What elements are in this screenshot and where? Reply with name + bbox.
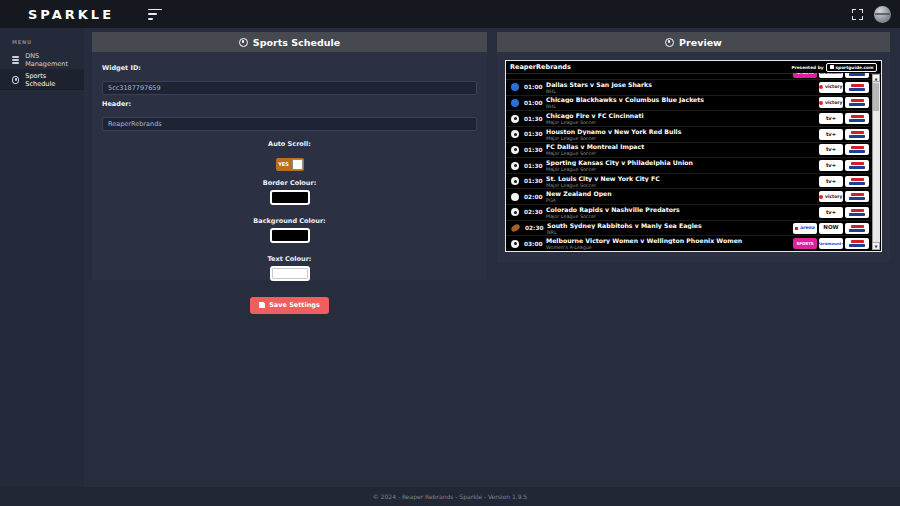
event-league: Major League Soccer: [546, 183, 814, 188]
livenow-logo: [845, 113, 869, 124]
header-input[interactable]: [102, 117, 477, 131]
livenow-logo: [845, 176, 869, 187]
auto-scroll-label: Auto Scroll:: [102, 140, 477, 148]
livenow-logo: [845, 97, 869, 108]
channel-label: victory: [825, 85, 843, 90]
channel-label: tv+: [826, 163, 836, 168]
footer-text: © 2024 - Reaper Rebrands - Sparkle - Ver…: [373, 493, 527, 500]
live-bar-blue: [849, 244, 865, 247]
border-colour-swatch[interactable]: [270, 190, 310, 205]
channel-label: Paramount+: [819, 73, 843, 74]
tv-icon: [830, 65, 835, 69]
event-title: Houston Dynamo v New York Red Bulls: [546, 128, 814, 135]
avatar[interactable]: [874, 6, 891, 23]
channel-label: tv+: [826, 147, 836, 152]
tvplus-logo: tv+: [819, 113, 843, 124]
channel-logos: SPORTSParamount+: [793, 73, 869, 78]
livenow-logo: [845, 73, 869, 78]
live-bar-blue: [849, 135, 865, 138]
text-colour-label: Text Colour:: [102, 255, 477, 263]
event-time: 01:30: [524, 147, 541, 153]
schedule-row: 01:30Houston Dynamo v New York Red Bulls…: [506, 127, 871, 143]
live-bar-blue: [849, 182, 865, 185]
background-colour-swatch[interactable]: [270, 228, 310, 243]
presented-by-label: Presented by: [791, 65, 823, 70]
event-title: South Sydney Rabbitohs v Manly Sea Eagle…: [547, 222, 788, 229]
event-title: Dallas Stars v San Jose Sharks: [546, 81, 814, 88]
preview-panel-title: Preview: [679, 37, 722, 48]
event-title: Sporting Kansas City v Philadelphia Unio…: [546, 159, 814, 166]
schedule-row: 02:00New Zealand OpenPGAvictory: [506, 189, 871, 205]
live-bar-red: [851, 99, 864, 102]
channel-label: tv+: [826, 132, 836, 137]
live-bar-red: [851, 162, 864, 165]
soccer-icon: [511, 162, 519, 170]
event-info: St. Louis City v New York City FCMajor L…: [546, 175, 814, 188]
text-colour-swatch[interactable]: [270, 266, 310, 281]
sidebar-item-sports-schedule[interactable]: Sports Schedule: [0, 70, 84, 90]
event-time: 02:30: [525, 225, 542, 231]
event-time: 01:30: [524, 116, 541, 122]
widget-scrollbar[interactable]: ▲ ▼: [872, 74, 880, 250]
brand-label: sportguide.com: [836, 65, 874, 70]
nhl-icon: [511, 83, 519, 91]
channel-label: tv+: [826, 210, 836, 215]
livenow-logo: [845, 207, 869, 218]
tvplus-logo: tv+: [819, 207, 843, 218]
schedule-row: 01:00Chicago Blackhawks v Columbus Blue …: [506, 96, 871, 112]
widget-id-label: Widget ID:: [102, 64, 477, 72]
auto-scroll-toggle[interactable]: YES: [276, 158, 304, 171]
toggle-on-label: YES: [276, 161, 292, 167]
background-colour-label: Background Colour:: [102, 217, 477, 225]
target-icon: [12, 76, 19, 84]
schedule-row: 01:00Dallas Stars v San Jose SharksNHLvi…: [506, 80, 871, 96]
event-info: Dallas Stars v San Jose SharksNHL: [546, 81, 814, 94]
menu-toggle-icon[interactable]: [148, 9, 163, 20]
nhl-icon: [511, 99, 519, 107]
fullscreen-icon[interactable]: [852, 9, 863, 20]
event-time: 02:00: [524, 194, 541, 200]
victory-dot-icon: [819, 85, 823, 89]
live-bar-red: [851, 225, 864, 228]
sidebar-item-dns-management[interactable]: DNS Management: [0, 50, 84, 70]
soccer-icon: [511, 115, 519, 123]
channel-label: tv+: [826, 179, 836, 184]
settings-panel: Sports Schedule Widget ID: Header: Auto …: [92, 32, 487, 280]
rugby-icon: [510, 223, 521, 233]
event-time: 01:30: [524, 163, 541, 169]
livenow-logo: [845, 82, 869, 93]
event-time: 01:30: [524, 131, 541, 137]
save-settings-button[interactable]: Save Settings: [250, 297, 329, 314]
tvplus-logo: tv+: [819, 160, 843, 171]
scrollbar-thumb[interactable]: [873, 83, 879, 111]
live-bar-blue: [849, 166, 865, 169]
sidebar-item-label: DNS Management: [25, 52, 72, 68]
header-label: Header:: [102, 100, 477, 108]
app-logo: SPARKLE: [28, 7, 114, 22]
channel-logos: arenaNOW: [793, 223, 869, 234]
event-league: PGA: [546, 198, 814, 203]
scroll-up-icon[interactable]: ▲: [872, 74, 880, 82]
event-info: Chicago Fire v FC CincinnatiMajor League…: [546, 112, 814, 125]
sidebar: MENU DNS Management Sports Schedule: [0, 28, 84, 487]
event-time: 01:30: [524, 178, 541, 184]
live-bar-red: [851, 115, 864, 118]
channel-label: victory: [825, 195, 843, 200]
event-league: Major League Soccer: [546, 136, 814, 141]
channel-logos: SPORTSParamount+: [793, 238, 869, 249]
event-time: 01:00: [524, 84, 541, 90]
presented-by: Presented by sportguide.com: [791, 63, 877, 72]
livenow-logo: [845, 191, 869, 202]
scroll-down-icon[interactable]: ▼: [872, 242, 880, 250]
soccer-icon: [511, 146, 519, 154]
soccer-icon: [511, 240, 519, 248]
widget-id-input[interactable]: [102, 81, 477, 95]
preview-panel: Preview ReaperRebrands Presented by spor…: [497, 32, 890, 262]
victory-logo: victory: [819, 191, 843, 202]
live-bar-blue: [849, 103, 865, 106]
livenow-logo: [845, 160, 869, 171]
channel-logos: tv+: [819, 113, 869, 124]
tensports-logo: SPORTS: [793, 238, 817, 249]
event-info: Chicago Blackhawks v Columbus Blue Jacke…: [546, 96, 814, 109]
arena-chip-icon: [795, 227, 798, 230]
